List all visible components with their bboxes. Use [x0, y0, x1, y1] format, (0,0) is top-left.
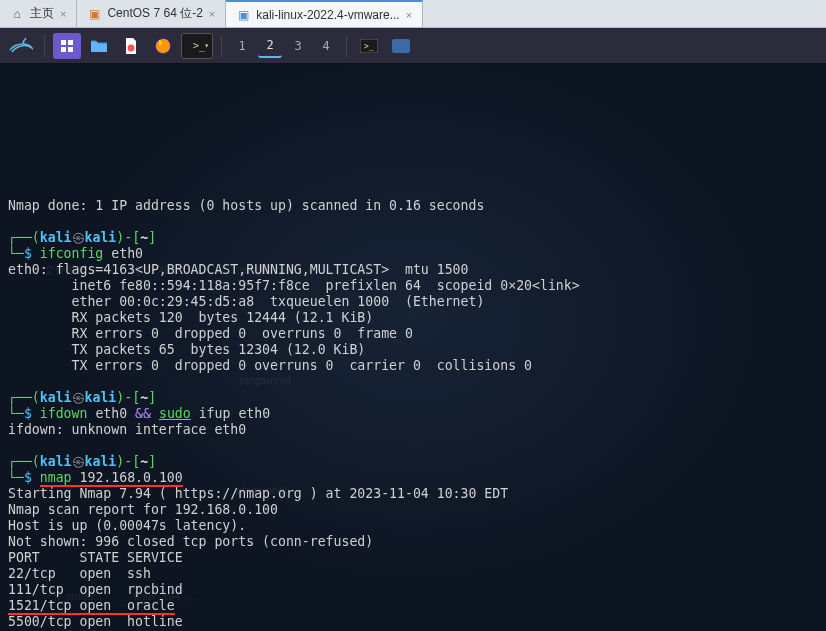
output-line: 22/tcp open ssh [8, 566, 151, 581]
output-line: Nmap done: 1 IP address (0 hosts up) sca… [8, 198, 484, 213]
kali-panel: >_ 1 2 3 4 >_ [0, 28, 826, 64]
workspace-2[interactable]: 2 [258, 34, 282, 58]
workspace-3[interactable]: 3 [286, 34, 310, 58]
svg-text:>_: >_ [364, 42, 374, 51]
prompt-cmd: └─$ ifdown eth0 && sudo ifup eth0 [8, 406, 270, 421]
close-icon[interactable]: × [406, 9, 412, 21]
vm-tab-bar: ⌂ 主页 × ▣ CentOS 7 64 位-2 × ▣ kali-linux-… [0, 0, 826, 28]
svg-rect-8 [392, 39, 410, 53]
output-line: TX errors 0 dropped 0 overruns 0 carrier… [8, 358, 532, 373]
workspace-4[interactable]: 4 [314, 34, 338, 58]
terminal-dropdown-icon[interactable]: >_ [181, 33, 213, 59]
tab-home[interactable]: ⌂ 主页 × [0, 0, 77, 27]
close-icon[interactable]: × [209, 8, 215, 20]
output-line: Host is up (0.00047s latency). [8, 518, 246, 533]
vm-icon: ▣ [87, 7, 101, 21]
tab-label: CentOS 7 64 位-2 [107, 5, 202, 22]
output-line: ether 00:0c:29:45:d5:a8 txqueuelen 1000 … [8, 294, 484, 309]
separator [44, 35, 45, 57]
terminal-window-icon[interactable]: >_ [355, 33, 383, 59]
prompt: ┌──(kali㉿kali)-[~] [8, 230, 156, 245]
terminal-output[interactable]: 文件系统 frp_0.48.0... pingtunnel pingtunnel… [0, 64, 826, 631]
separator [346, 35, 347, 57]
svg-rect-1 [68, 40, 73, 45]
folder-window-icon[interactable] [387, 33, 415, 59]
home-icon: ⌂ [10, 7, 24, 21]
tab-centos[interactable]: ▣ CentOS 7 64 位-2 × [77, 0, 226, 27]
kali-logo-icon[interactable] [6, 31, 36, 61]
output-line: RX errors 0 dropped 0 overruns 0 frame 0 [8, 326, 413, 341]
bg-hint: pingtunnel [240, 372, 291, 388]
svg-rect-0 [61, 40, 66, 45]
close-icon[interactable]: × [60, 8, 66, 20]
tab-label: 主页 [30, 5, 54, 22]
output-line: PORT STATE SERVICE [8, 550, 183, 565]
file-manager-icon[interactable] [85, 33, 113, 59]
output-line: eth0: flags=4163<UP,BROADCAST,RUNNING,MU… [8, 262, 469, 277]
firefox-icon[interactable] [149, 33, 177, 59]
output-line: inet6 fe80::594:118a:95f7:f8ce prefixlen… [8, 278, 580, 293]
prompt-cmd: └─$ nmap 192.168.0.100 [8, 470, 183, 487]
output-line: 5500/tcp open hotline [8, 614, 183, 629]
svg-point-4 [128, 44, 135, 51]
output-line-highlighted: 1521/tcp open oracle [8, 598, 175, 615]
prompt: ┌──(kali㉿kali)-[~] [8, 390, 156, 405]
svg-rect-3 [68, 47, 73, 52]
output-line: TX packets 65 bytes 12304 (12.0 KiB) [8, 342, 365, 357]
tab-kali[interactable]: ▣ kali-linux-2022.4-vmware... × [226, 0, 423, 27]
vm-icon: ▣ [236, 8, 250, 22]
separator [221, 35, 222, 57]
app-launcher-icon[interactable] [53, 33, 81, 59]
output-line: Starting Nmap 7.94 ( https://nmap.org ) … [8, 486, 508, 501]
output-line: Not shown: 996 closed tcp ports (conn-re… [8, 534, 373, 549]
workspace-1[interactable]: 1 [230, 34, 254, 58]
prompt-cmd: └─$ ifconfig eth0 [8, 246, 143, 261]
output-line: 111/tcp open rpcbind [8, 582, 183, 597]
text-editor-icon[interactable] [117, 33, 145, 59]
output-line: Nmap scan report for 192.168.0.100 [8, 502, 278, 517]
output-line: RX packets 120 bytes 12444 (12.1 KiB) [8, 310, 373, 325]
prompt: ┌──(kali㉿kali)-[~] [8, 454, 156, 469]
output-line: ifdown: unknown interface eth0 [8, 422, 246, 437]
svg-rect-2 [61, 47, 66, 52]
tab-label: kali-linux-2022.4-vmware... [256, 8, 399, 22]
